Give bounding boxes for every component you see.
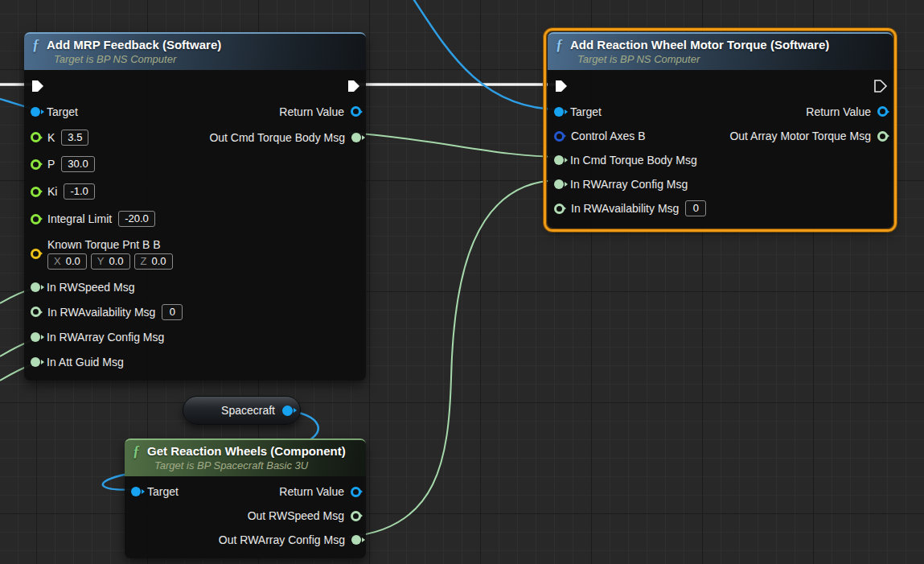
node-subtitle: Target is BP NS Computer (54, 53, 358, 65)
object-wire-into-rwtorque-target[interactable] (413, 0, 560, 109)
in-rwavailability-input[interactable]: 0 (162, 304, 183, 320)
node-add-reaction-wheel-motor-torque[interactable]: ƒ Add Reaction Wheel Motor Torque (Softw… (548, 32, 893, 228)
pin-label: In RWAvailability Msg (47, 306, 155, 319)
pin-label: Known Torque Pnt B B (47, 238, 161, 251)
node-header[interactable]: ƒ Add Reaction Wheel Motor Torque (Softw… (548, 32, 893, 70)
return-value-pin[interactable] (877, 106, 888, 117)
known-torque-pnt-pin[interactable] (31, 249, 41, 259)
pin-label: Control Axes B (571, 130, 646, 142)
node-header[interactable]: ƒ Get Reaction Wheels (Component) Target… (125, 438, 366, 476)
pin-label: In RWSpeed Msg (47, 281, 134, 294)
pin-label: In Cmd Torque Body Msg (570, 154, 697, 167)
spacecraft-output-pin[interactable] (282, 406, 293, 416)
pin-label: Out RWArray Config Msg (219, 533, 345, 546)
in-att-guid-pin[interactable] (31, 357, 40, 367)
blueprint-graph-canvas[interactable]: ƒ Add MRP Feedback (Software) Target is … (0, 0, 924, 564)
out-cmd-torque-pin[interactable] (351, 133, 361, 142)
vector-z-input[interactable]: Z0.0 (134, 253, 173, 270)
control-axes-b-pin[interactable] (554, 131, 565, 142)
in-rwavailability-input[interactable]: 0 (685, 200, 706, 216)
exec-out-pin[interactable] (873, 80, 888, 93)
integral-limit-value-input[interactable]: -20.0 (118, 211, 155, 227)
pin-label: In RWAvailability Msg (571, 202, 679, 215)
in-cmd-torque-pin[interactable] (554, 155, 564, 165)
variable-label: Spacecraft (221, 404, 275, 417)
node-subtitle: Target is BP NS Computer (577, 53, 885, 65)
k-pin[interactable] (31, 132, 41, 142)
in-rwavailability-pin[interactable] (31, 307, 41, 317)
function-icon: ƒ (133, 446, 140, 457)
pin-label: In RWArray Config Msg (47, 331, 164, 344)
pin-label: Integral Limit (47, 212, 112, 225)
node-title: Get Reaction Wheels (Component) (147, 444, 346, 458)
in-rwavailability-pin[interactable] (554, 204, 565, 214)
pin-label: Out RWSpeed Msg (248, 509, 344, 522)
struct-wire-rwarray-config[interactable] (349, 180, 560, 537)
k-value-input[interactable]: 3.5 (61, 130, 88, 146)
pin-label: Return Value (279, 485, 344, 498)
node-subtitle: Target is BP Spacecraft Basic 3U (154, 459, 358, 471)
pin-label: Target (47, 105, 78, 118)
struct-wire-cmd-torque[interactable] (349, 133, 560, 157)
return-value-pin[interactable] (351, 487, 361, 497)
node-get-reaction-wheels[interactable]: ƒ Get Reaction Wheels (Component) Target… (125, 438, 366, 558)
return-value-pin[interactable] (351, 106, 361, 117)
exec-in-pin[interactable] (31, 80, 45, 93)
vector-y-input[interactable]: Y0.0 (91, 253, 130, 270)
target-pin[interactable] (554, 107, 564, 117)
ki-pin[interactable] (31, 187, 41, 197)
out-array-motor-torque-pin[interactable] (877, 131, 888, 142)
node-add-mrp-feedback[interactable]: ƒ Add MRP Feedback (Software) Target is … (24, 32, 366, 381)
pin-label: P (47, 158, 55, 171)
in-rwspeed-pin[interactable] (31, 282, 40, 292)
pin-label: Return Value (279, 105, 344, 118)
exec-out-pin[interactable] (347, 80, 361, 93)
in-rwarray-config-pin[interactable] (31, 332, 40, 342)
target-pin[interactable] (31, 107, 40, 117)
pin-label: In Att Guid Msg (47, 356, 124, 368)
variable-node-spacecraft[interactable]: Spacecraft (183, 396, 301, 425)
in-rwarray-config-pin[interactable] (554, 179, 564, 189)
ki-value-input[interactable]: -1.0 (64, 183, 94, 200)
pin-label: Target (147, 485, 179, 498)
pin-label: K (47, 131, 55, 144)
function-icon: ƒ (32, 39, 39, 51)
pin-label: Out Array Motor Torque Msg (729, 130, 871, 142)
out-rwspeed-pin[interactable] (351, 511, 361, 521)
vector-x-input[interactable]: X0.0 (47, 253, 87, 270)
pin-label: Ki (47, 185, 57, 198)
pin-label: In RWArray Config Msg (570, 178, 688, 191)
integral-limit-pin[interactable] (31, 214, 41, 224)
node-title: Add MRP Feedback (Software) (47, 38, 221, 51)
function-icon: ƒ (556, 39, 563, 51)
node-title: Add Reaction Wheel Motor Torque (Softwar… (570, 38, 829, 51)
pin-label: Out Cmd Torque Body Msg (209, 131, 345, 144)
exec-in-pin[interactable] (554, 80, 569, 93)
target-pin[interactable] (131, 487, 141, 496)
pin-label: Return Value (806, 105, 871, 118)
node-header[interactable]: ƒ Add MRP Feedback (Software) Target is … (24, 32, 366, 70)
p-pin[interactable] (31, 159, 41, 170)
pin-label: Target (570, 105, 602, 118)
out-rwarray-config-pin[interactable] (351, 535, 361, 545)
p-value-input[interactable]: 30.0 (61, 156, 94, 172)
